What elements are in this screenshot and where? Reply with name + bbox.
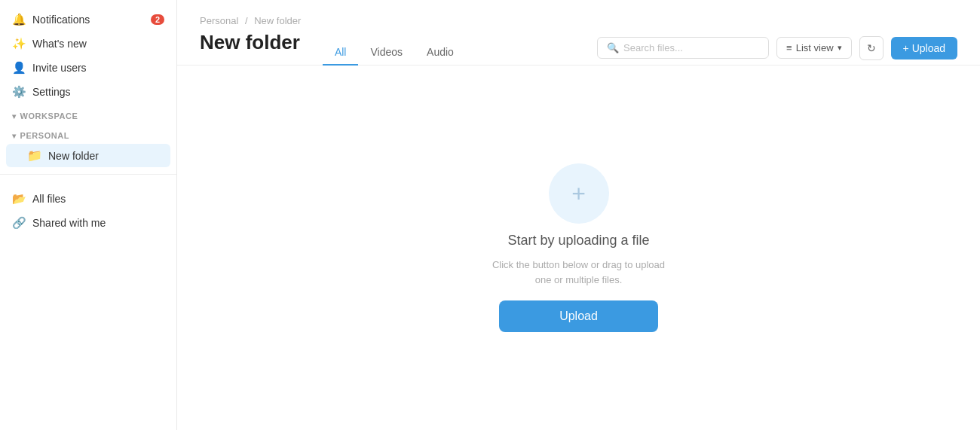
share-icon: 🔗: [12, 216, 26, 230]
page-title: New folder: [200, 31, 300, 54]
personal-section: ▾ PERSONAL: [0, 124, 176, 143]
search-icon: 🔍: [607, 42, 619, 53]
main-content: Personal / New folder New folder All Vid…: [177, 0, 980, 430]
notifications-label: Notifications: [32, 14, 90, 26]
tab-videos[interactable]: Videos: [358, 40, 415, 66]
workspace-section: ▾ WORKSPACE: [0, 104, 176, 124]
folder-blue-icon: 📂: [12, 192, 26, 206]
empty-state: + Start by uploading a file Click the bu…: [177, 66, 980, 430]
empty-subtitle-line1: Click the button below or drag to upload: [492, 259, 665, 270]
view-label: List view: [796, 42, 834, 53]
notifications-badge: 2: [151, 14, 164, 25]
tabs-and-actions: New folder All Videos Audio 🔍 ≡ List vie…: [200, 31, 957, 65]
breadcrumb-root[interactable]: Personal: [200, 15, 238, 26]
tabs: All Videos Audio: [323, 40, 466, 65]
gear-icon: ⚙️: [12, 85, 26, 99]
empty-state-subtitle: Click the button below or drag to upload…: [492, 258, 665, 287]
header-actions: 🔍 ≡ List view ▾ ↻ + Upload: [597, 36, 957, 60]
breadcrumb-current: New folder: [254, 15, 301, 26]
tab-audio[interactable]: Audio: [415, 40, 466, 66]
tab-all[interactable]: All: [323, 40, 359, 66]
sidebar-item-invite-users[interactable]: 👤 Invite users: [0, 56, 176, 80]
sidebar-item-settings[interactable]: ⚙️ Settings: [0, 80, 176, 104]
search-input[interactable]: [623, 42, 759, 53]
sidebar-item-new-folder[interactable]: 📁 New folder: [6, 144, 170, 167]
shared-with-me-label: Shared with me: [32, 217, 106, 229]
sparkle-icon: ✨: [12, 37, 26, 50]
all-files-label: All files: [32, 193, 66, 205]
upload-circle[interactable]: +: [549, 163, 609, 224]
sidebar-item-shared-with-me[interactable]: 🔗 Shared with me: [0, 211, 176, 235]
main-header: Personal / New folder New folder All Vid…: [177, 0, 980, 66]
empty-state-title: Start by uploading a file: [507, 233, 649, 249]
empty-subtitle-line2: one or multiple files.: [535, 274, 623, 285]
sidebar-item-whats-new[interactable]: ✨ What's new: [0, 32, 176, 56]
list-view-icon: ≡: [786, 42, 792, 53]
settings-label: Settings: [32, 86, 71, 98]
folder-icon: 📁: [27, 148, 42, 163]
chevron-down-icon: ▾: [12, 112, 17, 120]
plus-icon: +: [571, 180, 586, 208]
breadcrumb: Personal / New folder: [200, 15, 957, 26]
upload-button-top[interactable]: + Upload: [891, 37, 957, 59]
upload-button-main[interactable]: Upload: [499, 300, 658, 332]
new-folder-label: New folder: [48, 150, 99, 162]
view-toggle[interactable]: ≡ List view ▾: [776, 37, 851, 59]
sidebar-item-all-files[interactable]: 📂 All files: [0, 187, 176, 211]
person-icon: 👤: [12, 61, 26, 75]
search-box: 🔍: [597, 37, 769, 59]
sidebar-bottom: 📂 All files 🔗 Shared with me: [0, 187, 176, 235]
bell-icon: 🔔: [12, 13, 26, 26]
sidebar-divider: [0, 174, 176, 175]
invite-users-label: Invite users: [32, 62, 87, 74]
chevron-down-icon: ▾: [838, 43, 842, 53]
breadcrumb-sep: /: [245, 15, 248, 26]
sidebar: 🔔 Notifications 2 ✨ What's new 👤 Invite …: [0, 0, 177, 430]
refresh-button[interactable]: ↻: [859, 36, 884, 60]
sidebar-item-notifications[interactable]: 🔔 Notifications 2: [0, 8, 176, 32]
whats-new-label: What's new: [32, 38, 87, 50]
chevron-down-icon: ▾: [12, 132, 17, 140]
